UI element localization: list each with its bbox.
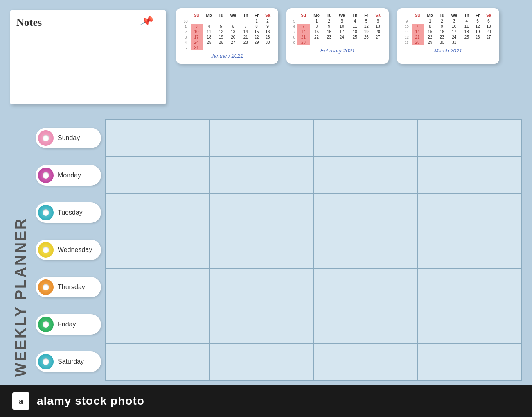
grid-cell-r5-c1[interactable] [210,306,313,343]
day-btn-thursday[interactable]: Thursday [36,277,101,297]
day-label-tuesday: Tuesday [58,209,83,216]
grid-cell-r5-c0[interactable] [106,306,210,343]
day-label-sunday: Sunday [58,134,80,142]
day-label-friday: Friday [58,321,76,328]
day-btn-friday[interactable]: Friday [36,314,101,335]
notes-title: Notes [16,16,42,28]
grid-cell-r1-c3[interactable] [417,156,521,194]
calendars-row: SuMoTuWeThFrSa53121345678921011121314151… [176,8,499,64]
grid-cell-r6-c0[interactable] [106,343,210,381]
grid-cell-r3-c3[interactable] [417,231,521,268]
calendar-0: SuMoTuWeThFrSa53121345678921011121314151… [176,8,278,64]
grid-cell-r1-c1[interactable] [210,156,313,194]
grid-cell-r0-c1[interactable] [210,119,313,156]
planner-grid [105,119,522,381]
grid-cell-r6-c2[interactable] [313,343,417,381]
weekly-planner-label: WEEKLY PLANNER [10,119,32,381]
grid-cell-r0-c0[interactable] [106,119,210,156]
grid-cell-r4-c2[interactable] [313,269,417,306]
days-column: SundayMondayTuesdayWednesdayThursdayFrid… [32,119,105,381]
grid-cell-r2-c3[interactable] [417,194,521,231]
day-btn-saturday[interactable]: Saturday [36,351,101,372]
grid-cell-r3-c2[interactable] [313,231,417,268]
grid-cell-r4-c1[interactable] [210,269,313,306]
grid-cell-r0-c3[interactable] [417,119,521,156]
grid-cell-r6-c1[interactable] [210,343,313,381]
grid-cell-r5-c3[interactable] [417,306,521,343]
grid-cell-r3-c1[interactable] [210,231,313,268]
grid-cell-r2-c2[interactable] [313,194,417,231]
calendar-2: SuMoTuWeThFrSa91234561078910111213111415… [397,8,499,64]
main-area: Notes 📌 SuMoTuWeThFrSa531213456789210111… [0,0,532,385]
notes-card: Notes 📌 [10,10,166,104]
day-label-wednesday: Wednesday [58,246,92,254]
day-btn-sunday[interactable]: Sunday [36,128,101,148]
day-label-saturday: Saturday [58,358,84,365]
day-btn-wednesday[interactable]: Wednesday [36,240,101,260]
pin-icon: 📌 [140,14,155,28]
grid-cell-r5-c2[interactable] [313,306,417,343]
day-label-monday: Monday [58,172,81,179]
footer-bar: a alamy stock photo [0,385,532,417]
footer-brand: alamy stock photo [37,394,144,408]
day-label-thursday: Thursday [58,283,85,291]
grid-cell-r1-c2[interactable] [313,156,417,194]
day-btn-tuesday[interactable]: Tuesday [36,202,101,223]
grid-cell-r4-c3[interactable] [417,269,521,306]
calendar-1: SuMoTuWeThFrSa51234566789101112137141516… [286,8,389,64]
grid-cell-r2-c0[interactable] [106,194,210,231]
grid-cell-r4-c0[interactable] [106,269,210,306]
alamy-logo: a [12,392,29,410]
grid-cell-r1-c0[interactable] [106,156,210,194]
grid-cell-r3-c0[interactable] [106,231,210,268]
grid-cell-r6-c3[interactable] [417,343,521,381]
weekly-section: WEEKLY PLANNER SundayMondayTuesdayWednes… [10,119,522,381]
grid-cell-r0-c2[interactable] [313,119,417,156]
day-btn-monday[interactable]: Monday [36,165,101,186]
grid-cell-r2-c1[interactable] [210,194,313,231]
